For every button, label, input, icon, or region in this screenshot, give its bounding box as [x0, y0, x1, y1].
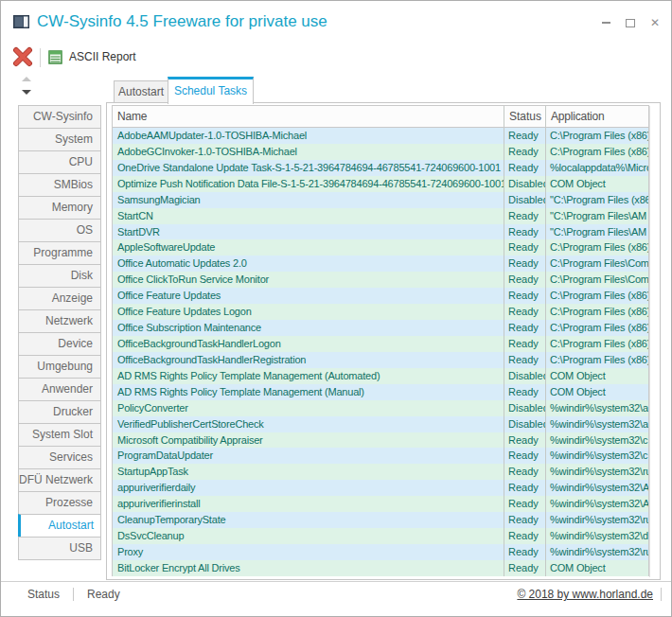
- table-row[interactable]: Office Feature UpdatesReadyC:\Program Fi…: [113, 288, 648, 304]
- table-row[interactable]: AdobeGCInvoker-1.0-TOSHIBA-MichaelReadyC…: [113, 144, 648, 160]
- cell-status: Ready: [504, 352, 545, 368]
- sidebar-item-device[interactable]: Device: [18, 332, 101, 356]
- sidebar-item-drucker[interactable]: Drucker: [18, 400, 101, 424]
- table-row[interactable]: OfficeBackgroundTaskHandlerLogonReadyC:\…: [113, 336, 648, 352]
- sidebar-item-cpu[interactable]: CPU: [18, 150, 101, 174]
- sidebar-item-cw-sysinfo[interactable]: CW-Sysinfo: [18, 105, 101, 129]
- cell-name: AppleSoftwareUpdate: [113, 239, 504, 256]
- scroll-up-icon[interactable]: [22, 77, 31, 81]
- sidebar-item-programme[interactable]: Programme: [18, 241, 101, 265]
- sidebar-item-anzeige[interactable]: Anzeige: [18, 287, 101, 310]
- table-row[interactable]: Office Automatic Updates 2.0ReadyC:\Prog…: [113, 256, 648, 272]
- table-row[interactable]: DsSvcCleanupReady%windir%\system32\d: [113, 528, 648, 544]
- cell-status: Disabled: [504, 416, 545, 432]
- cell-name: Optimize Push Notification Data File-S-1…: [113, 176, 504, 192]
- sidebar-item-system-slot[interactable]: System Slot: [18, 423, 101, 447]
- sidebar-item-umgebung[interactable]: Umgebung: [18, 355, 101, 379]
- sidebar-item-prozesse[interactable]: Prozesse: [18, 491, 101, 515]
- cell-application: C:\Program Files (x86): [545, 239, 648, 256]
- table-row[interactable]: AppleSoftwareUpdateReadyC:\Program Files…: [113, 239, 648, 256]
- sidebar-item-system[interactable]: System: [18, 128, 101, 151]
- ascii-report-label: ASCII Report: [69, 50, 136, 63]
- toolbar-separator: [40, 48, 41, 67]
- copyright-link[interactable]: © 2018 by www.horland.de: [517, 588, 653, 601]
- cell-status: Ready: [504, 304, 545, 320]
- cell-name: StartDVR: [113, 224, 504, 240]
- cell-status: Ready: [504, 512, 545, 528]
- table-row[interactable]: SamsungMagicianDisabled"C:\Program Files…: [113, 192, 648, 208]
- cell-name: CleanupTemporaryState: [113, 512, 504, 528]
- ascii-report-button[interactable]: ASCII Report: [48, 46, 136, 67]
- cell-application: COM Object: [545, 384, 648, 400]
- cell-application: "C:\Program Files\AM: [545, 208, 648, 224]
- cell-status: Ready: [504, 272, 545, 288]
- tab-autostart[interactable]: Autostart: [114, 80, 168, 104]
- close-button[interactable]: ✕: [648, 16, 662, 29]
- sidebar-item-smbios[interactable]: SMBios: [18, 173, 101, 197]
- cell-name: AD RMS Rights Policy Template Management…: [113, 368, 504, 384]
- cell-status: Ready: [504, 448, 545, 464]
- table-row[interactable]: OfficeBackgroundTaskHandlerRegistrationR…: [113, 352, 648, 368]
- column-header-application[interactable]: Application: [545, 106, 648, 127]
- column-header-status[interactable]: Status: [504, 106, 545, 127]
- cell-name: BitLocker Encrypt All Drives: [113, 560, 504, 576]
- table-row[interactable]: appuriverifierdailyReady%windir%\system3…: [113, 480, 648, 496]
- cell-application: C:\Program Files (x86): [545, 304, 648, 320]
- tab-schedul-tasks[interactable]: Schedul Tasks: [168, 77, 254, 104]
- table-row[interactable]: AD RMS Rights Policy Template Management…: [113, 384, 648, 400]
- sidebar-item-anwender[interactable]: Anwender: [18, 378, 101, 401]
- cell-name: appuriverifierinstall: [113, 496, 504, 512]
- vertical-scrollbar[interactable]: [649, 106, 660, 577]
- cell-name: Proxy: [113, 544, 504, 560]
- exit-icon[interactable]: [12, 46, 33, 67]
- cell-status: Disabled: [504, 176, 545, 192]
- maximize-button[interactable]: [624, 16, 637, 29]
- cell-name: OfficeBackgroundTaskHandlerLogon: [113, 336, 504, 352]
- sidebar-item-autostart[interactable]: Autostart: [18, 514, 101, 538]
- cell-application: %windir%\system32\c: [545, 432, 648, 449]
- status-label: Status: [27, 588, 60, 601]
- sidebar-item-df-netzwerk[interactable]: DFÜ Netzwerk: [18, 468, 101, 492]
- sidebar-item-memory[interactable]: Memory: [18, 196, 101, 220]
- table-row[interactable]: StartCNReady"C:\Program Files\AM: [113, 208, 648, 224]
- column-header-name[interactable]: Name: [113, 106, 504, 127]
- table-row[interactable]: ProxyReady%windir%\system32\ru: [113, 544, 648, 560]
- sidebar-item-disk[interactable]: Disk: [18, 264, 101, 288]
- cell-status: Ready: [504, 432, 545, 449]
- report-icon: [48, 50, 62, 64]
- table-row[interactable]: CleanupTemporaryStateReady%windir%\syste…: [113, 512, 648, 528]
- table-row[interactable]: appuriverifierinstallReady%windir%\syste…: [113, 496, 648, 512]
- cell-name: Office Feature Updates Logon: [113, 304, 504, 320]
- cell-name: ProgramDataUpdater: [113, 448, 504, 464]
- sidebar-item-os[interactable]: OS: [18, 219, 101, 242]
- table-row[interactable]: AdobeAAMUpdater-1.0-TOSHIBA-MichaelReady…: [113, 128, 648, 144]
- minimize-button[interactable]: [599, 16, 612, 29]
- table-row[interactable]: ProgramDataUpdaterReady%windir%\system32…: [113, 448, 648, 464]
- table-row[interactable]: Optimize Push Notification Data File-S-1…: [113, 176, 648, 192]
- table-row[interactable]: Office Feature Updates LogonReadyC:\Prog…: [113, 304, 648, 320]
- table-row[interactable]: OneDrive Standalone Update Task-S-1-5-21…: [113, 160, 648, 176]
- cell-name: Office ClickToRun Service Monitor: [113, 272, 504, 288]
- table-row[interactable]: BitLocker Encrypt All DrivesReadyCOM Obj…: [113, 560, 648, 576]
- table-row[interactable]: StartDVRReady"C:\Program Files\AM: [113, 224, 648, 240]
- sidebar-item-usb[interactable]: USB: [18, 537, 101, 560]
- table-row[interactable]: VerifiedPublisherCertStoreCheckDisabled%…: [113, 416, 648, 432]
- cell-application: COM Object: [545, 176, 648, 192]
- table-row[interactable]: StartupAppTaskReady%windir%\system32\ru: [113, 464, 648, 480]
- sidebar-item-services[interactable]: Services: [18, 446, 101, 469]
- maximize-icon: [626, 19, 635, 27]
- table-row[interactable]: Office Subscription MaintenanceReadyC:\P…: [113, 320, 648, 336]
- table-row[interactable]: AD RMS Rights Policy Template Management…: [113, 368, 648, 384]
- cell-status: Ready: [504, 528, 545, 544]
- cell-application: COM Object: [545, 368, 648, 384]
- cell-application: %windir%\system32\ru: [545, 512, 648, 528]
- cell-status: Ready: [504, 544, 545, 560]
- cell-application: "C:\Program Files (x86: [545, 192, 648, 208]
- table-row[interactable]: Microsoft Compatibility AppraiserReady%w…: [113, 432, 648, 449]
- table-row[interactable]: Office ClickToRun Service MonitorReadyC:…: [113, 272, 648, 288]
- scroll-down-icon[interactable]: [22, 90, 31, 95]
- sidebar: CW-SysinfoSystemCPUSMBiosMemoryOSProgram…: [18, 105, 101, 560]
- sidebar-item-netzwerk[interactable]: Netzwerk: [18, 309, 101, 333]
- table-row[interactable]: PolicyConverterDisabled%windir%\system32…: [113, 400, 648, 416]
- cell-status: Ready: [504, 128, 545, 144]
